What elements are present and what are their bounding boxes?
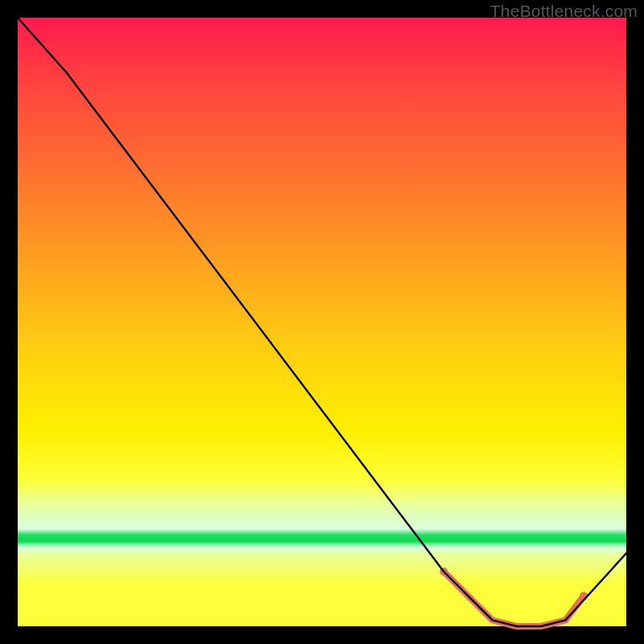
- chart-svg: [18, 18, 626, 626]
- watermark-text: TheBottleneck.com: [490, 2, 638, 21]
- chart-frame: TheBottleneck.com: [0, 0, 644, 644]
- highlight-segment: [440, 568, 588, 626]
- main-curve: [18, 18, 626, 626]
